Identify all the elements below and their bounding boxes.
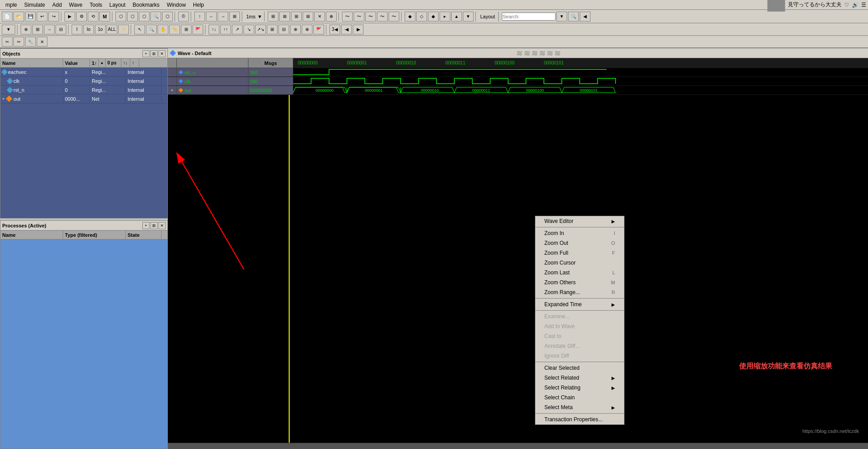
sim5-btn[interactable]: ▲ <box>451 12 462 21</box>
copy-btn[interactable]: © <box>178 12 189 21</box>
ctx-select-related[interactable]: Select Related ▶ <box>535 373 624 383</box>
search-btn[interactable]: 🔍 <box>568 12 579 21</box>
tb13[interactable]: ⊕ <box>326 12 337 21</box>
expand-out-btn[interactable]: + <box>2 97 4 101</box>
table-row[interactable]: + out 0000... Net Internal <box>0 94 167 103</box>
step-btn[interactable]: ⊞ <box>229 12 240 21</box>
tb7[interactable]: ⬡ <box>162 12 173 21</box>
ctx-zoom-range[interactable]: Zoom Range... R <box>535 287 624 297</box>
ctx-transaction-properties[interactable]: Transaction Properties... <box>535 415 624 424</box>
out-expand-icon[interactable]: + <box>171 88 173 93</box>
tb2-9[interactable]: ALL <box>107 25 117 34</box>
tb3[interactable]: ⬡ <box>115 12 126 21</box>
tb3-3[interactable]: 🔧 <box>25 37 36 47</box>
ctx-zoom-others[interactable]: Zoom Others M <box>535 278 624 287</box>
search-input[interactable] <box>502 13 556 21</box>
sim6-btn[interactable]: ▼ <box>463 12 474 21</box>
ctx-zoom-in[interactable]: Zoom In I <box>535 228 624 238</box>
sim3-btn[interactable]: ◆ <box>428 12 439 21</box>
out-expand-cell[interactable]: + <box>168 86 177 94</box>
m-btn[interactable]: M <box>99 12 110 21</box>
menu-bookmarks[interactable]: Bookmarks <box>129 1 163 9</box>
tb2-hand[interactable]: ✋ <box>158 25 168 34</box>
menu-layout[interactable]: Layout <box>106 1 129 9</box>
redo-btn[interactable]: ↪ <box>48 12 59 21</box>
sim4-btn[interactable]: ▸ <box>440 12 450 21</box>
ctx-select-relating[interactable]: Select Relating ▶ <box>535 383 624 393</box>
ctx-select-chain[interactable]: Select Chain <box>535 393 624 402</box>
tb3-2[interactable]: ✂ <box>13 37 24 47</box>
tb3-4[interactable]: ✕ <box>37 37 47 47</box>
tb2-8[interactable]: 1ο <box>95 25 106 34</box>
tb2-a6[interactable]: ⊞ <box>267 25 278 34</box>
sim2-btn[interactable]: ◇ <box>416 12 427 21</box>
ctx-zoom-last[interactable]: Zoom Last L <box>535 268 624 278</box>
tb2-a4[interactable]: ↘ <box>244 25 254 34</box>
proc-col-type[interactable]: Type (filtered) <box>63 231 126 239</box>
processes-dock-btn[interactable]: ⊞ <box>150 222 158 229</box>
tb2-6[interactable]: I <box>72 25 82 34</box>
right-btn[interactable]: → <box>218 12 228 21</box>
search-go-btn[interactable]: ▼ <box>556 12 567 21</box>
heart-icon[interactable]: ♡ <box>844 2 849 8</box>
tb2-5[interactable]: ⊟ <box>56 25 66 34</box>
tb2-4[interactable]: → <box>44 25 55 34</box>
tb2-a3[interactable]: ↗ <box>232 25 243 34</box>
undo-btn[interactable]: ↩ <box>37 12 47 21</box>
table-row[interactable]: clk 0 Regi... Internal <box>0 77 167 86</box>
tb8[interactable]: ⊞ <box>268 12 278 21</box>
menu-mple[interactable]: mple <box>2 1 21 9</box>
tb2-2[interactable]: ⊕ <box>21 25 31 34</box>
save-btn[interactable]: 💾 <box>25 12 36 21</box>
menu-tools[interactable]: Tools <box>86 1 106 9</box>
ctx-wave-editor[interactable]: Wave Editor ▶ <box>535 216 624 226</box>
tb11[interactable]: ⊞ <box>303 12 313 21</box>
ctx-expanded-time[interactable]: Expanded Time ▶ <box>535 299 624 309</box>
new-btn[interactable]: 📄 <box>2 12 13 21</box>
menu-window[interactable]: Window <box>163 1 189 9</box>
processes-close-btn[interactable]: ✕ <box>158 222 166 229</box>
tb4[interactable]: ⬡ <box>127 12 138 21</box>
tb2-cursor[interactable]: ↖ <box>134 25 145 34</box>
tb6[interactable]: 🔍 <box>150 12 161 21</box>
table-row[interactable]: eachvec x Regi... Internal <box>0 68 167 77</box>
search-prev-btn[interactable]: ◀ <box>580 12 590 21</box>
wave3-btn[interactable]: 〜 <box>365 12 376 21</box>
col-name[interactable]: Name <box>0 59 63 67</box>
ctx-zoom-full[interactable]: Zoom Full F <box>535 248 624 258</box>
tb2-a5[interactable]: ↗↘ <box>255 25 266 34</box>
up-btn[interactable]: ↑ <box>194 12 205 21</box>
tb2-split[interactable]: ⊞ <box>181 25 192 34</box>
tb2-a2[interactable]: ↑↑ <box>220 25 231 34</box>
menu-help[interactable]: Help <box>189 1 208 9</box>
left-btn[interactable]: ← <box>206 12 217 21</box>
sim-btn[interactable]: ⚙ <box>76 12 87 21</box>
tb2-ruler[interactable]: 📏 <box>169 25 180 34</box>
proc-col-name[interactable]: Name <box>0 231 63 239</box>
tb2-1[interactable]: ▼ <box>2 25 15 34</box>
tb2-b1[interactable]: 3◀ <box>329 25 340 34</box>
tb10[interactable]: ⊞ <box>291 12 302 21</box>
open-btn[interactable]: 📂 <box>13 12 24 21</box>
tb2-7[interactable]: Iο <box>83 25 94 34</box>
menu-icon[interactable]: ☰ <box>861 2 866 8</box>
ctx-select-meta[interactable]: Select Meta ▶ <box>535 402 624 412</box>
tb2-zoom[interactable]: 🔍 <box>146 25 157 34</box>
menu-simulate[interactable]: Simulate <box>21 1 49 9</box>
tb2-a10[interactable]: 🚩 <box>313 25 324 34</box>
ctx-zoom-out[interactable]: Zoom Out O <box>535 238 624 248</box>
processes-add-btn[interactable]: + <box>142 222 150 229</box>
wave1-btn[interactable]: 〜 <box>342 12 353 21</box>
ctx-zoom-cursor[interactable]: Zoom Cursor <box>535 258 624 268</box>
col-value[interactable]: Value <box>63 59 90 67</box>
tb2-a8[interactable]: ⊕ <box>290 25 301 34</box>
tb5[interactable]: ⬡ <box>139 12 150 21</box>
tb3-1[interactable]: ✂ <box>2 37 13 47</box>
tb2-a7[interactable]: ⊟ <box>278 25 289 34</box>
restart-btn[interactable]: ⟲ <box>88 12 98 21</box>
col-sort1[interactable]: 1↑ <box>90 59 99 67</box>
tb2-a9[interactable]: ⊗ <box>302 25 312 34</box>
compile-btn[interactable]: ▶ <box>64 12 75 21</box>
tb2-3[interactable]: ⊞ <box>32 25 43 34</box>
objects-add-btn[interactable]: + <box>142 50 150 57</box>
